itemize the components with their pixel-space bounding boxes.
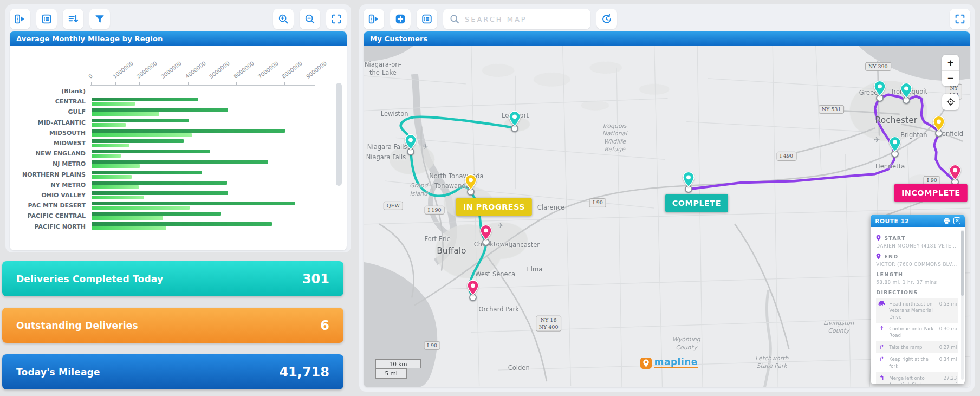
list-icon [41,13,53,25]
pin-icon [889,136,901,152]
route-end-label: END [876,253,958,259]
arrow-up-icon: ↑ [878,326,886,332]
map-canvas[interactable]: Niagara-on- the-LakeLewistonLockportNiag… [364,46,970,387]
map-city-label: West Seneca [475,270,515,278]
direction-step-distance: 0.34 mi [939,356,957,362]
mapline-logo-text: mapline [654,358,698,369]
chart-category-label: PACIFIC NORTH [10,223,90,230]
chart-scrollbar[interactable] [336,83,342,186]
zoom-out-button[interactable] [300,9,320,29]
chart-row: GULF [10,107,347,117]
map-area-label: Wyoming County [672,336,700,352]
list-view-button[interactable] [36,9,57,29]
chart-category-label: NJ METRO [10,160,90,167]
road-shield-badge: QEW [384,202,404,210]
direction-step-distance: 27.23 mi [939,375,957,384]
search-icon [449,14,460,24]
direction-step: ↱Keep right at the fork0.34 mi [876,353,958,372]
chart-bar [92,119,189,122]
chart-category-label: NEW ENGLAND [10,150,90,157]
direction-step-text: Take the ramp [889,344,936,350]
kpi-deliveries-completed[interactable]: Deliveries Completed Today 301 [2,261,343,296]
map-area-label: Livingston County [823,320,854,335]
map-panel: My Customers [359,4,975,392]
sort-button[interactable] [63,9,83,29]
route-status-label[interactable]: IN PROGRESS [456,198,532,216]
route-status-label[interactable]: INCOMPLETE [894,184,968,202]
collapse-sidebar-icon [368,13,380,25]
chart-row: NY METRO [10,180,347,190]
map-zoom-control: + − [942,55,959,86]
chart-bar [92,98,198,101]
history-icon [601,13,613,25]
route-start-value: DARIEN MOONEY (4181 VETERANS ... [876,243,958,249]
map-zoom-in-button[interactable]: + [942,55,959,70]
zoom-out-icon [304,13,316,25]
add-button[interactable] [390,9,411,29]
fullscreen-button[interactable] [326,9,347,29]
axis-tick-label: 0 [87,73,94,80]
list-view-button[interactable] [417,9,437,29]
map-fullscreen-button[interactable] [950,9,970,29]
chart-category-label: PACIFIC CENTRAL [10,212,90,219]
route-panel-body: START DARIEN MOONEY (4181 VETERANS ... E… [871,227,965,384]
chart-row: NORTHERN PLAINS [10,170,347,180]
collapse-sidebar-button[interactable] [10,9,30,29]
locate-button[interactable] [942,94,959,110]
route-panel-scrollbar-thumb[interactable] [961,231,964,296]
pin-icon [949,164,961,180]
chart-row: MIDWEST [10,138,347,148]
zoom-in-button[interactable] [273,9,294,29]
chart-row: NEW ENGLAND [10,148,347,159]
chart-category-label: CENTRAL [10,98,90,105]
kpi-label: Today's Mileage [16,367,100,378]
map-city-label: Henrietta [875,163,905,171]
route-length-value: 68.88 mi, 1 hr, 37 mins [876,280,958,285]
direction-step-distance: 0.27 mi [939,344,957,350]
chart-row: MIDSOUTH [10,128,347,138]
route-status-label[interactable]: COMPLETE [665,194,728,212]
chart-bar [92,129,285,133]
print-icon[interactable] [943,218,950,224]
chart-bar [92,123,126,127]
close-icon[interactable]: × [953,217,960,224]
history-button[interactable] [596,9,617,29]
collapse-sidebar-button[interactable] [364,9,384,29]
location-pin-icon [876,235,881,241]
direction-step: ↰Merge left onto New York State Thruway … [876,372,958,384]
map-zoom-out-button[interactable]: − [942,70,959,86]
axis-tick-label: 5000000 [209,60,231,80]
kpi-todays-mileage[interactable]: Today's Mileage 41,718 [2,354,343,389]
chart-bar [92,164,140,168]
chart-bar [92,175,132,179]
pin-icon [465,174,477,190]
search-map-input[interactable] [443,9,590,29]
filter-button[interactable] [89,9,110,29]
mapline-logo[interactable]: mapline [640,358,698,369]
chart-bar [92,150,210,153]
axis-tick-label: 1000000 [112,60,134,80]
chart-rows: (Blank)CENTRALGULFMID-ATLANTICMIDSOUTHMI… [10,86,347,232]
map-card: My Customers [364,31,970,387]
map-city-label: Niagara Falls [366,153,406,161]
chart-bar [92,102,135,106]
chart-bar [92,112,159,116]
axis-tick-label: 9000000 [305,60,328,80]
collapse-sidebar-icon [14,13,26,25]
arrow-left-icon: ↰ [878,375,886,381]
directions-list: Head northeast on Veterans Memorial Driv… [876,298,958,384]
locate-icon [946,97,956,107]
kpi-value: 301 [302,271,329,287]
road-shield-badge: I 90 [589,198,606,207]
chart-category-label: OHIO VALLEY [10,192,90,199]
chart-category-label: GULF [10,108,90,115]
road-shield-badge: I 90 [424,341,440,349]
route-directions-label: DIRECTIONS [876,289,958,295]
direction-step: Head northeast on Veterans Memorial Driv… [876,298,958,323]
chart-bar [92,144,129,147]
kpi-outstanding-deliveries[interactable]: Outstanding Deliveries 6 [2,308,343,343]
map-city-label: Rochester [875,115,918,126]
chart-bar [92,196,144,199]
chart-bar [92,154,121,158]
map-search [443,9,590,29]
